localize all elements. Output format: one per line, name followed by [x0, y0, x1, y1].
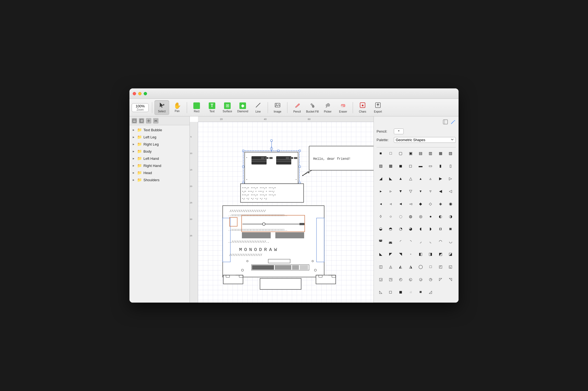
shape-cell-14[interactable]: ▮	[436, 162, 445, 170]
shape-cell-27[interactable]: ▽	[406, 187, 415, 195]
shape-cell-76[interactable]: ◯	[417, 262, 425, 271]
shape-cell-10[interactable]: ◼	[397, 162, 405, 170]
shape-cell-18[interactable]: ▲	[397, 174, 405, 183]
close-button[interactable]	[133, 92, 136, 95]
shape-cell-22[interactable]: ▶	[436, 174, 445, 183]
shape-cell-63[interactable]: ◡	[446, 237, 455, 245]
shape-cell-65[interactable]: ◤	[386, 250, 395, 258]
shape-cell-75[interactable]: ◮	[406, 262, 415, 271]
surface-tool[interactable]: ⊞ Surface	[220, 100, 235, 115]
shape-cell-79[interactable]: ◱	[446, 262, 455, 271]
sidebar-item-left-leg[interactable]: ▶ 📁 Left Leg	[129, 133, 190, 141]
shape-cell-31[interactable]: ◁	[446, 187, 455, 195]
shape-cell-0[interactable]: ■	[377, 149, 385, 157]
rect-tool[interactable]: Rect	[189, 100, 204, 115]
text-tool[interactable]: T Text	[205, 100, 219, 115]
shape-cell-45[interactable]: ●	[426, 212, 435, 220]
shape-cell-2[interactable]: ▢	[397, 149, 405, 157]
shape-cell-43[interactable]: ◍	[406, 212, 415, 220]
shape-cell-62[interactable]: ◠	[436, 237, 445, 245]
shape-cell-44[interactable]: ◎	[417, 212, 425, 220]
shape-cell-50[interactable]: ◔	[397, 225, 405, 233]
shape-cell-84[interactable]: ◶	[417, 275, 425, 283]
line-tool[interactable]: Line	[251, 100, 265, 115]
sidebar-tool-1[interactable]	[132, 118, 137, 124]
shape-cell-29[interactable]: ▿	[426, 187, 435, 195]
export-tool[interactable]: Export	[371, 100, 385, 115]
shape-cell-12[interactable]: ▬	[417, 162, 425, 170]
shape-cell-54[interactable]: ◘	[436, 225, 445, 233]
shape-cell-74[interactable]: ◭	[397, 262, 405, 271]
sidebar-item-body[interactable]: ▶ 📁 Body	[129, 148, 190, 155]
shape-cell-13[interactable]: ▭	[426, 162, 435, 170]
sidebar-item-right-hand[interactable]: ▶ 📁 Right Hand	[129, 162, 190, 169]
shape-cell-30[interactable]: ◀	[436, 187, 445, 195]
sidebar-tool-4[interactable]	[153, 118, 159, 124]
shape-cell-77[interactable]: □	[426, 262, 435, 271]
shape-cell-39[interactable]: ◉	[446, 200, 455, 208]
shape-cell-11[interactable]: ◻	[406, 162, 415, 170]
shape-cell-9[interactable]: ▩	[386, 162, 395, 170]
shape-cell-69[interactable]: ◨	[426, 250, 435, 258]
shape-cell-64[interactable]: ◣	[377, 250, 385, 258]
shape-cell-60[interactable]: ◞	[417, 237, 425, 245]
shape-cell-21[interactable]: ▵	[426, 174, 435, 183]
shape-cell-68[interactable]: ◧	[417, 250, 425, 258]
shape-cell-55[interactable]: ◙	[446, 225, 455, 233]
shape-cell-71[interactable]: ◪	[446, 250, 455, 258]
diamond-tool[interactable]: ◆ Diamond	[235, 100, 250, 115]
select-tool[interactable]: Select	[154, 100, 169, 115]
image-tool[interactable]: Image	[270, 100, 285, 115]
shape-cell-80[interactable]: ◲	[377, 275, 385, 283]
shape-cell-6[interactable]: ▦	[436, 149, 445, 157]
shape-cell-72[interactable]: ◫	[377, 262, 385, 271]
shape-cell-85[interactable]: ◷	[426, 275, 435, 283]
shape-cell-48[interactable]: ◒	[377, 225, 385, 233]
pan-tool[interactable]: ✋ Pan	[170, 100, 185, 115]
shape-cell-67[interactable]: ◦	[406, 250, 415, 258]
panel-move-icon[interactable]	[443, 119, 448, 126]
shape-cell-32[interactable]: ◂	[377, 200, 385, 208]
zoom-control[interactable]: 100% Zoom	[132, 103, 149, 112]
sidebar-tool-3[interactable]	[146, 118, 151, 124]
shape-cell-17[interactable]: ◣	[386, 174, 395, 183]
shape-cell-16[interactable]: ◢	[377, 174, 385, 183]
shape-cell-3[interactable]: ▣	[406, 149, 415, 157]
sidebar-item-shoulders[interactable]: ▶ 📁 Shoulders	[129, 176, 190, 183]
minimize-button[interactable]	[138, 92, 142, 95]
shape-cell-57[interactable]: ◛	[386, 237, 395, 245]
shape-cell-56[interactable]: ◚	[377, 237, 385, 245]
shape-cell-90[interactable]: ◼	[397, 288, 405, 296]
sidebar-item-left-hand[interactable]: ▶ 📁 Left Hand	[129, 155, 190, 162]
shape-cell-61[interactable]: ◟	[426, 237, 435, 245]
shape-cell-73[interactable]: ◬	[386, 262, 395, 271]
shape-cell-78[interactable]: ◰	[436, 262, 445, 271]
shape-cell-82[interactable]: ◴	[397, 275, 405, 283]
sidebar-item-head[interactable]: ▶ 📁 Head	[129, 169, 190, 176]
palette-select[interactable]: Geometric Shapes	[394, 137, 456, 143]
shape-cell-93[interactable]: ◿	[426, 288, 435, 296]
shape-cell-52[interactable]: ◖	[417, 225, 425, 233]
pencil-input[interactable]	[394, 129, 404, 134]
picker-tool[interactable]: Picker	[320, 100, 335, 115]
shape-cell-36[interactable]: ◆	[417, 200, 425, 208]
shape-cell-5[interactable]: ▥	[426, 149, 435, 157]
canvas-area[interactable]: 20 40 60 5 10 15 20 25 30 35	[190, 116, 374, 303]
chars-tool[interactable]: ★ Chars	[355, 100, 370, 115]
shape-cell-47[interactable]: ◑	[446, 212, 455, 220]
shape-cell-1[interactable]: □	[386, 149, 395, 157]
shape-cell-19[interactable]: △	[406, 174, 415, 183]
shape-cell-92[interactable]: ◾	[417, 288, 425, 296]
shape-cell-28[interactable]: ▾	[417, 187, 425, 195]
shape-cell-81[interactable]: ◳	[386, 275, 395, 283]
shape-cell-23[interactable]: ▷	[446, 174, 455, 183]
shape-cell-41[interactable]: ○	[386, 212, 395, 220]
shape-cell-88[interactable]: ◺	[377, 288, 385, 296]
shape-cell-8[interactable]: ▨	[377, 162, 385, 170]
shape-cell-70[interactable]: ◩	[436, 250, 445, 258]
shape-cell-33[interactable]: ◃	[386, 200, 395, 208]
panel-edit-icon[interactable]	[450, 119, 456, 126]
shape-cell-40[interactable]: ◊	[377, 212, 385, 220]
shape-cell-83[interactable]: ◵	[406, 275, 415, 283]
maximize-button[interactable]	[144, 92, 147, 95]
